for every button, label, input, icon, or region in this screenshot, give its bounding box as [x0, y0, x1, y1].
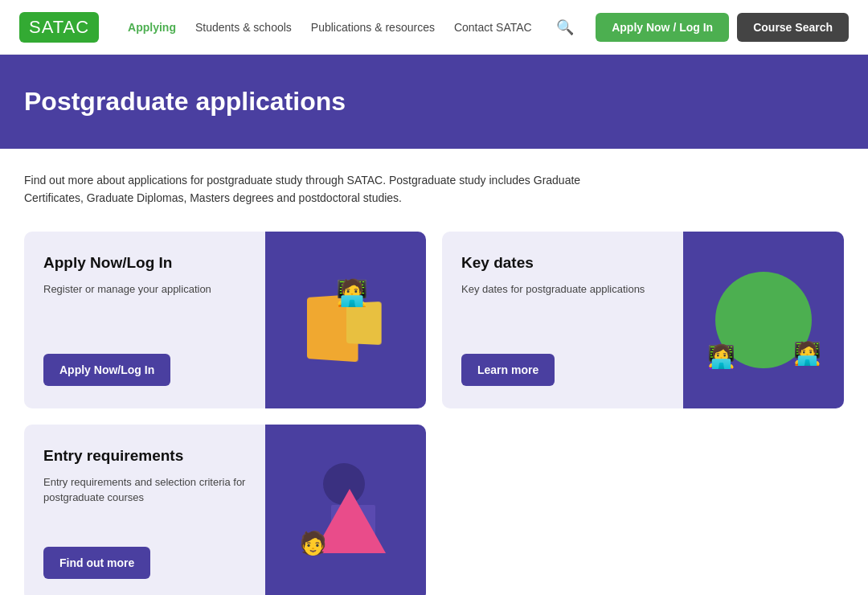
- card-entry-title: Entry requirements: [43, 447, 246, 465]
- card-apply-content: Apply Now/Log In Register or manage your…: [24, 232, 265, 408]
- person-left-icon: 👩‍💻: [707, 343, 735, 370]
- card-apply-desc: Register or manage your application: [43, 281, 246, 344]
- card-key-dates: Key dates Key dates for postgraduate app…: [442, 232, 844, 408]
- boxes-illustration: 🧑‍💻: [281, 256, 410, 384]
- card-keydates-desc: Key dates for postgraduate applications: [461, 281, 664, 344]
- card-keydates-illustration: 👩‍💻 🧑‍💻: [683, 232, 844, 408]
- logo-bold: SAT: [29, 17, 63, 37]
- card-apply-button[interactable]: Apply Now/Log In: [43, 354, 170, 386]
- apply-now-button[interactable]: Apply Now / Log In: [596, 13, 729, 42]
- card-entry-content: Entry requirements Entry requirements an…: [24, 425, 265, 595]
- page-title: Postgraduate applications: [24, 87, 844, 117]
- main-nav: Applying Students & schools Publications…: [120, 15, 583, 39]
- card-keydates-content: Key dates Key dates for postgraduate app…: [442, 232, 683, 408]
- pushing-person-icon: 🧑: [299, 530, 327, 556]
- card-entry-illustration: 🧑: [265, 425, 426, 595]
- intro-text: Find out more about applications for pos…: [0, 149, 627, 215]
- nav-applying[interactable]: Applying: [120, 16, 184, 39]
- search-icon[interactable]: 🔍: [550, 15, 580, 39]
- logo-light: AC: [63, 17, 90, 37]
- people-circle-illustration: 👩‍💻 🧑‍💻: [699, 256, 828, 384]
- box-small: [346, 302, 382, 345]
- nav-students[interactable]: Students & schools: [187, 16, 300, 39]
- logo[interactable]: SATAC: [19, 12, 99, 43]
- card-apply-illustration: 🧑‍💻: [265, 232, 426, 408]
- card-keydates-title: Key dates: [461, 254, 664, 272]
- card-entry-button[interactable]: Find out more: [43, 547, 150, 579]
- header: SATAC Applying Students & schools Public…: [0, 0, 868, 55]
- nav-publications[interactable]: Publications & resources: [303, 16, 443, 39]
- card-entry-desc: Entry requirements and selection criteri…: [43, 474, 246, 537]
- hero-banner: Postgraduate applications: [0, 55, 868, 149]
- card-apply-now: Apply Now/Log In Register or manage your…: [24, 232, 426, 408]
- person-right-icon: 🧑‍💻: [793, 340, 821, 367]
- card-apply-title: Apply Now/Log In: [43, 254, 246, 272]
- header-actions: Apply Now / Log In Course Search: [596, 13, 849, 42]
- nav-contact[interactable]: Contact SATAC: [446, 16, 540, 39]
- sitting-person-icon: 🧑‍💻: [336, 277, 368, 308]
- course-search-button[interactable]: Course Search: [737, 13, 849, 42]
- triangle-illustration: 🧑: [281, 449, 410, 577]
- cards-grid: Apply Now/Log In Register or manage your…: [0, 215, 868, 595]
- card-entry-req: Entry requirements Entry requirements an…: [24, 425, 426, 595]
- card-keydates-button[interactable]: Learn more: [461, 354, 555, 386]
